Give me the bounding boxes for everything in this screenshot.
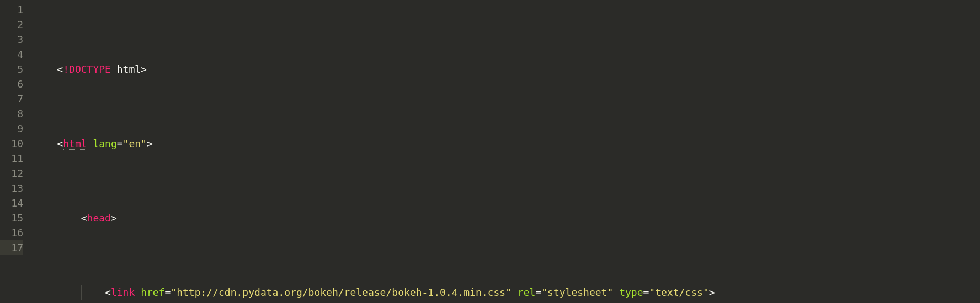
angle-bracket: > — [141, 63, 147, 75]
attr-value: "http://cdn.pydata.org/bokeh/release/bok… — [171, 286, 512, 298]
tag-name: link — [111, 286, 135, 298]
code-line[interactable]: <html lang="en"> — [33, 136, 980, 151]
doctype-bang: ! — [63, 63, 69, 75]
indent — [33, 63, 57, 75]
indent — [57, 286, 81, 298]
code-line[interactable]: <head> — [33, 210, 980, 225]
code-line[interactable]: <link href="http://cdn.pydata.org/bokeh/… — [33, 285, 980, 300]
line-number: 3 — [0, 32, 23, 47]
attr-value: "stylesheet" — [541, 286, 613, 298]
angle-bracket: < — [81, 212, 87, 224]
attr-value: "en" — [123, 138, 147, 149]
attr-name: href — [141, 286, 164, 298]
code-line[interactable]: <!DOCTYPE html> — [33, 62, 980, 77]
indent — [57, 212, 81, 224]
code-editor[interactable]: 1 2 3 4 5 6 7 8 9 10 11 12 13 14 15 16 1… — [0, 0, 980, 303]
line-number: 6 — [0, 77, 23, 91]
line-number: 8 — [0, 106, 23, 121]
tag-name: head — [87, 212, 111, 224]
line-number: 15 — [0, 210, 23, 225]
line-number: 11 — [0, 151, 23, 166]
doctype-rest: html — [111, 63, 141, 75]
angle-bracket: > — [147, 138, 153, 149]
line-number: 10 — [0, 136, 23, 151]
attr-value: "text/css" — [649, 286, 709, 298]
code-area[interactable]: <!DOCTYPE html> <html lang="en"> <head> … — [33, 0, 980, 303]
line-number: 9 — [0, 121, 23, 136]
line-number: 12 — [0, 166, 23, 181]
equals: = — [117, 138, 123, 149]
attr-name: rel — [518, 286, 536, 298]
line-number: 4 — [0, 47, 23, 62]
line-number-gutter: 1 2 3 4 5 6 7 8 9 10 11 12 13 14 15 16 1… — [0, 0, 33, 303]
line-number: 13 — [0, 181, 23, 196]
indent — [33, 138, 57, 149]
line-number: 1 — [0, 2, 23, 17]
line-number: 14 — [0, 196, 23, 210]
angle-bracket: > — [709, 286, 715, 298]
tag-name: html — [63, 138, 87, 150]
angle-bracket: > — [111, 212, 117, 224]
doctype-keyword: DOCTYPE — [69, 63, 111, 75]
attr-name: type — [619, 286, 643, 298]
angle-bracket: < — [57, 63, 63, 75]
indent — [33, 212, 57, 224]
line-number: 5 — [0, 62, 23, 77]
angle-bracket: < — [105, 286, 111, 298]
line-number: 17 — [0, 240, 23, 255]
attr-name: lang — [93, 138, 116, 149]
line-number: 16 — [0, 225, 23, 240]
indent — [81, 286, 105, 298]
line-number: 2 — [0, 17, 23, 32]
line-number: 7 — [0, 91, 23, 106]
angle-bracket: < — [57, 138, 63, 149]
indent — [33, 286, 57, 298]
